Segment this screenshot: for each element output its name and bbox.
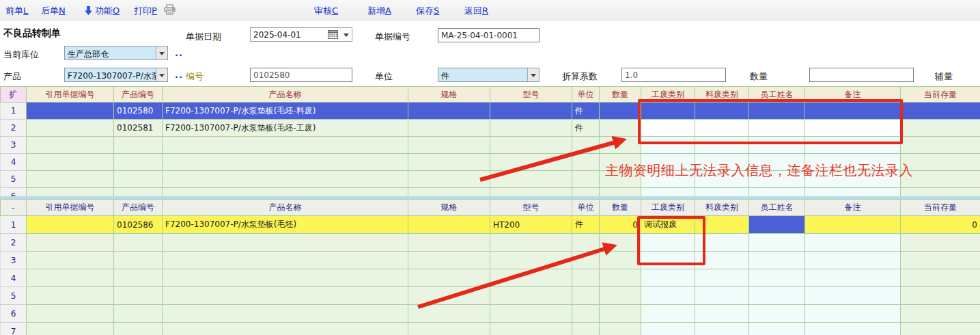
grid-cell[interactable] xyxy=(572,234,600,252)
grid-cell[interactable] xyxy=(490,137,572,154)
grid-cell[interactable] xyxy=(600,103,641,120)
grid-cell[interactable] xyxy=(572,137,600,154)
grid-cell[interactable] xyxy=(27,305,114,323)
function-button[interactable]: 功能O xyxy=(85,5,120,17)
grid-cell[interactable] xyxy=(901,323,980,335)
grid-cell[interactable] xyxy=(163,171,408,188)
grid-cell[interactable] xyxy=(901,188,980,197)
grid-cell[interactable] xyxy=(641,252,695,269)
grid-cell[interactable] xyxy=(901,137,980,154)
grid-cell[interactable] xyxy=(641,287,695,305)
grid-cell[interactable] xyxy=(27,216,114,234)
product-select[interactable]: F7200-1307007-P/水泵垫 xyxy=(64,68,168,82)
return-button[interactable]: 返回R xyxy=(464,5,488,17)
grid-cell[interactable] xyxy=(163,269,408,287)
product-dropdown-button[interactable] xyxy=(156,68,167,81)
grid-cell[interactable] xyxy=(805,234,901,252)
grid-cell[interactable] xyxy=(163,234,408,252)
row-number-cell[interactable]: 6 xyxy=(1,305,27,323)
grid-cell[interactable] xyxy=(490,188,572,197)
grid-cell[interactable] xyxy=(600,171,641,188)
grid-cell[interactable] xyxy=(805,103,901,120)
grid-cell[interactable] xyxy=(27,252,114,269)
grid-cell[interactable] xyxy=(749,171,805,188)
grid-cell[interactable] xyxy=(572,154,600,171)
grid-cell[interactable] xyxy=(695,188,749,197)
grid-cell[interactable] xyxy=(114,323,163,335)
grid-cell[interactable] xyxy=(695,287,749,305)
grid-cell[interactable] xyxy=(408,103,490,120)
grid-cell[interactable] xyxy=(114,137,163,154)
grid-cell[interactable] xyxy=(641,188,695,197)
grid-cell[interactable] xyxy=(572,252,600,269)
grid-cell[interactable]: F7200-1307007-P/水泵垫板(毛坯-料废) xyxy=(163,103,408,120)
grid-cell[interactable]: F7200-1307007-P/水泵垫板(毛坯-工废) xyxy=(163,120,408,137)
grid-cell[interactable] xyxy=(749,188,805,197)
grid-cell[interactable] xyxy=(490,305,572,323)
grid-cell[interactable] xyxy=(695,137,749,154)
grid-cell[interactable] xyxy=(163,287,408,305)
grid-cell[interactable] xyxy=(901,103,980,120)
grid-cell[interactable] xyxy=(490,323,572,335)
grid-cell[interactable]: HT200 xyxy=(490,216,572,234)
grid-cell[interactable] xyxy=(749,216,805,234)
grid-cell[interactable] xyxy=(749,103,805,120)
grid-cell[interactable] xyxy=(641,103,695,120)
grid-cell[interactable] xyxy=(408,252,490,269)
grid-cell[interactable] xyxy=(163,154,408,171)
unit-dropdown-button[interactable] xyxy=(527,68,539,81)
grid-cell[interactable] xyxy=(163,137,408,154)
grid-cell[interactable] xyxy=(600,137,641,154)
grid-cell[interactable] xyxy=(805,305,901,323)
grid-cell[interactable] xyxy=(901,171,980,188)
grid-cell[interactable] xyxy=(600,154,641,171)
grid-cell[interactable] xyxy=(490,154,572,171)
grid-cell[interactable] xyxy=(695,234,749,252)
grid-cell[interactable] xyxy=(572,171,600,188)
grid-cell[interactable] xyxy=(490,269,572,287)
grid-cell[interactable] xyxy=(408,120,490,137)
grid-cell[interactable] xyxy=(114,171,163,188)
warehouse-browse-link[interactable]: .. xyxy=(175,48,183,58)
grid-cell[interactable] xyxy=(27,287,114,305)
row-number-cell[interactable]: 4 xyxy=(1,269,27,287)
grid-cell[interactable] xyxy=(163,252,408,269)
grid-cell[interactable] xyxy=(408,188,490,197)
row-number-cell[interactable]: 5 xyxy=(1,287,27,305)
row-number-cell[interactable]: 3 xyxy=(1,252,27,269)
grid-cell[interactable] xyxy=(408,234,490,252)
grid-cell[interactable]: 调试报废 xyxy=(641,216,695,234)
grid-cell[interactable] xyxy=(805,137,901,154)
grid-cell[interactable] xyxy=(805,252,901,269)
grid-cell[interactable] xyxy=(805,154,901,171)
grid-cell[interactable] xyxy=(749,323,805,335)
row-number-cell[interactable]: 5 xyxy=(1,171,27,188)
grid-cell[interactable] xyxy=(27,188,114,197)
grid-cell[interactable] xyxy=(749,154,805,171)
grid-cell[interactable] xyxy=(490,171,572,188)
grid-cell[interactable] xyxy=(805,323,901,335)
grid-cell[interactable] xyxy=(114,287,163,305)
grid-cell[interactable]: 0102580 xyxy=(114,103,163,120)
row-number-cell[interactable]: 7 xyxy=(1,323,27,335)
grid-cell[interactable] xyxy=(572,269,600,287)
grid-cell[interactable] xyxy=(27,171,114,188)
date-input[interactable]: 2025-04-01 xyxy=(250,27,352,42)
grid-cell[interactable] xyxy=(641,234,695,252)
grid-cell[interactable] xyxy=(901,269,980,287)
grid-cell[interactable] xyxy=(163,323,408,335)
grid-cell[interactable] xyxy=(408,269,490,287)
grid-cell[interactable] xyxy=(695,103,749,120)
grid-cell[interactable] xyxy=(695,323,749,335)
grid-cell[interactable]: 0102586 xyxy=(114,216,163,234)
grid-cell[interactable] xyxy=(27,137,114,154)
grid-cell[interactable] xyxy=(490,252,572,269)
save-button[interactable]: 保存S xyxy=(416,5,439,17)
grid-cell[interactable] xyxy=(749,287,805,305)
grid-cell[interactable]: 件 xyxy=(572,120,600,137)
grid-cell[interactable] xyxy=(408,323,490,335)
grid-cell[interactable]: 0 xyxy=(600,216,641,234)
audit-button[interactable]: 审核C xyxy=(314,5,338,17)
grid-cell[interactable] xyxy=(805,171,901,188)
grid-cell[interactable]: F7200-1307007-P/水泵垫板(毛坯) xyxy=(163,216,408,234)
